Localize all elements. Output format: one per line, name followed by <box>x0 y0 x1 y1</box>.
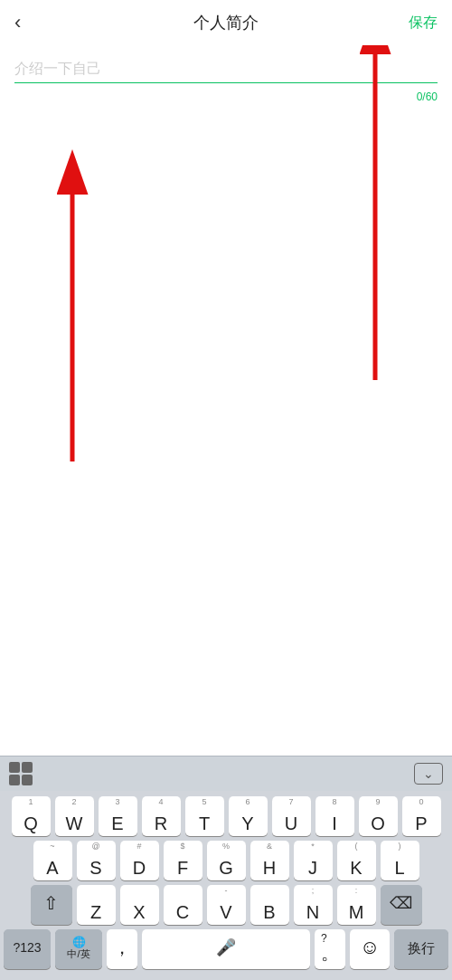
key-h[interactable]: &H <box>250 841 289 880</box>
delete-key[interactable]: ⌫ <box>381 885 422 925</box>
emoji-key[interactable]: ☺ <box>350 929 390 969</box>
key-k[interactable]: (K <box>337 841 376 880</box>
key-row-2: ~A @S #D $F %G &H *J (K )L <box>4 841 448 880</box>
period-label: ?。 <box>321 933 339 962</box>
key-i[interactable]: 8I <box>315 796 354 836</box>
key-n[interactable]: ;N <box>294 885 333 925</box>
key-l[interactable]: )L <box>381 841 419 880</box>
key-c[interactable]: C <box>164 885 202 925</box>
save-button[interactable]: 保存 <box>401 14 438 33</box>
key-y[interactable]: 6Y <box>229 796 268 836</box>
num-switch-key[interactable]: ?123 <box>4 929 51 969</box>
keyboard-toolbar: ⌄ <box>0 756 452 791</box>
enter-key[interactable]: 换行 <box>394 929 448 969</box>
lang-label: 中/英 <box>67 949 89 959</box>
key-row-3: ⇧ Z X C -V B ;N :M ⌫ <box>4 885 448 925</box>
key-g[interactable]: %G <box>207 841 246 880</box>
bio-placeholder: 介绍一下自己 <box>14 60 438 79</box>
mic-icon: 🎤 <box>216 937 236 957</box>
key-row-1: 1Q 2W 3E 4R 5T 6Y 7U 8I 9O 0P <box>4 796 448 836</box>
globe-icon: 🌐 <box>72 936 86 948</box>
key-s[interactable]: @S <box>77 841 116 880</box>
emoji-icon: ☺ <box>360 936 380 959</box>
comma-key[interactable]: ， <box>107 929 137 969</box>
key-d[interactable]: #D <box>120 841 159 880</box>
key-j[interactable]: *J <box>294 841 333 880</box>
key-q[interactable]: 1Q <box>12 796 51 836</box>
space-key[interactable]: 🎤 <box>142 929 310 969</box>
nav-bar: ‹ 个人简介 保存 <box>0 0 452 45</box>
key-v[interactable]: -V <box>207 885 246 925</box>
key-u[interactable]: 7U <box>272 796 311 836</box>
keyboard-rows: 1Q 2W 3E 4R 5T 6Y 7U 8I 9O 0P ~A @S #D $… <box>0 791 452 973</box>
annotation-arrows <box>0 45 452 525</box>
key-e[interactable]: 3E <box>99 796 137 836</box>
key-r[interactable]: 4R <box>142 796 181 836</box>
key-o[interactable]: 9O <box>359 796 398 836</box>
key-m[interactable]: :M <box>337 885 376 925</box>
key-f[interactable]: $F <box>164 841 202 880</box>
enter-label: 换行 <box>408 941 435 955</box>
keyboard-grid-icon[interactable] <box>9 762 33 785</box>
keyboard-hide-button[interactable]: ⌄ <box>414 763 443 785</box>
period-key[interactable]: ?。 <box>315 929 345 969</box>
key-a[interactable]: ~A <box>33 841 72 880</box>
page-title: 个人简介 <box>193 12 259 33</box>
key-z[interactable]: Z <box>77 885 116 925</box>
input-underline <box>14 82 438 83</box>
key-p[interactable]: 0P <box>402 796 441 836</box>
chevron-down-icon: ⌄ <box>423 766 434 781</box>
delete-icon: ⌫ <box>390 895 412 911</box>
key-row-bottom: ?123 🌐 中/英 ， 🎤 ?。 ☺ 换行 <box>4 929 448 969</box>
keyboard: ⌄ 1Q 2W 3E 4R 5T 6Y 7U 8I 9O 0P ~A @S #D… <box>0 756 452 980</box>
back-button[interactable]: ‹ <box>14 11 51 34</box>
shift-icon: ⇧ <box>43 894 59 912</box>
key-t[interactable]: 5T <box>185 796 224 836</box>
keyboard-bottom-padding <box>0 973 452 980</box>
key-w[interactable]: 2W <box>55 796 94 836</box>
content-area: 介绍一下自己 0/60 <box>0 45 452 525</box>
lang-switch-key[interactable]: 🌐 中/英 <box>55 929 102 969</box>
num-switch-label: ?123 <box>13 941 41 954</box>
key-x[interactable]: X <box>120 885 159 925</box>
key-b[interactable]: B <box>250 885 289 925</box>
shift-key[interactable]: ⇧ <box>31 885 72 925</box>
char-count: 0/60 <box>417 90 438 103</box>
comma-label: ， <box>113 938 131 956</box>
